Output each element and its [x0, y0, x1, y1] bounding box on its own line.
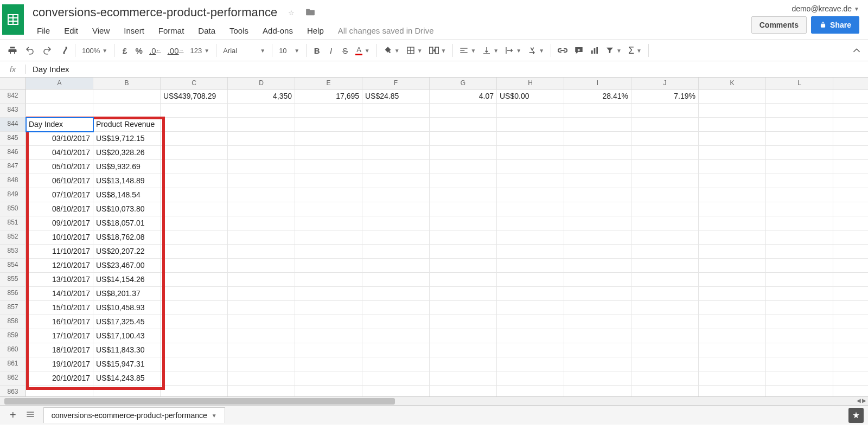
cell[interactable] — [564, 315, 631, 329]
cell[interactable] — [699, 386, 766, 396]
text-color-dropdown[interactable]: A▼ — [352, 43, 373, 57]
column-header[interactable]: J — [631, 78, 699, 89]
cell[interactable] — [295, 386, 362, 396]
cell[interactable]: 19/10/2017 — [26, 357, 93, 371]
column-header[interactable]: H — [497, 78, 564, 89]
cell[interactable] — [228, 386, 295, 396]
cell[interactable] — [631, 343, 699, 357]
cell[interactable] — [766, 230, 833, 245]
cell[interactable] — [295, 216, 362, 230]
column-header[interactable]: G — [430, 78, 497, 89]
cell[interactable]: US$8,201.37 — [93, 287, 161, 301]
cell[interactable]: 18/10/2017 — [26, 343, 93, 357]
cell[interactable] — [161, 357, 228, 371]
column-header[interactable]: F — [362, 78, 430, 89]
cell[interactable] — [26, 104, 93, 118]
cell[interactable] — [161, 202, 228, 216]
cell[interactable]: US$17,325.45 — [93, 315, 161, 329]
cell[interactable] — [430, 315, 497, 329]
row-header[interactable]: 842 — [0, 89, 26, 104]
menu-view[interactable]: View — [86, 24, 116, 37]
cell[interactable] — [766, 287, 833, 301]
column-header[interactable]: C — [161, 78, 228, 89]
cell[interactable]: 06/10/2017 — [26, 174, 93, 188]
column-header[interactable]: L — [766, 78, 833, 89]
cell[interactable] — [295, 174, 362, 188]
cell[interactable]: 12/10/2017 — [26, 259, 93, 273]
cell[interactable] — [228, 118, 295, 132]
cell[interactable] — [699, 343, 766, 357]
cell[interactable] — [497, 315, 564, 329]
cell[interactable] — [564, 118, 631, 132]
cell[interactable] — [497, 329, 564, 343]
cell[interactable] — [430, 188, 497, 202]
cell[interactable] — [161, 329, 228, 343]
cell[interactable]: 04/10/2017 — [26, 146, 93, 160]
cell[interactable] — [295, 273, 362, 287]
cell[interactable] — [631, 216, 699, 230]
cell[interactable] — [93, 104, 161, 118]
cell[interactable] — [362, 132, 430, 146]
cell[interactable] — [833, 259, 868, 273]
cell[interactable] — [295, 188, 362, 202]
cell[interactable] — [161, 273, 228, 287]
cell[interactable] — [766, 259, 833, 273]
cell[interactable] — [228, 146, 295, 160]
cell[interactable] — [564, 245, 631, 259]
cell[interactable] — [362, 104, 430, 118]
cell[interactable] — [228, 230, 295, 245]
cell[interactable]: 07/10/2017 — [26, 188, 93, 202]
cell[interactable] — [833, 132, 868, 146]
cell[interactable] — [430, 160, 497, 174]
cell[interactable]: 16/10/2017 — [26, 315, 93, 329]
cell[interactable] — [497, 245, 564, 259]
cell[interactable] — [564, 301, 631, 315]
row-header[interactable]: 857 — [0, 301, 26, 315]
cell[interactable] — [161, 259, 228, 273]
cell[interactable]: US$20,328.26 — [93, 146, 161, 160]
cell[interactable] — [362, 160, 430, 174]
cell[interactable] — [631, 273, 699, 287]
column-header[interactable]: E — [295, 78, 362, 89]
row-header[interactable]: 858 — [0, 315, 26, 329]
cell[interactable] — [631, 301, 699, 315]
filter-dropdown[interactable]: ▼ — [602, 44, 625, 57]
cell[interactable] — [295, 104, 362, 118]
cell[interactable] — [631, 259, 699, 273]
cell[interactable] — [699, 132, 766, 146]
cell[interactable] — [228, 273, 295, 287]
cell[interactable]: US$14,154.26 — [93, 273, 161, 287]
font-family-dropdown[interactable]: Arial▼ — [220, 44, 269, 57]
row-header[interactable]: 847 — [0, 160, 26, 174]
cell[interactable] — [699, 160, 766, 174]
cell[interactable] — [228, 329, 295, 343]
vertical-align-dropdown[interactable]: ▼ — [479, 44, 502, 57]
cell[interactable] — [564, 357, 631, 371]
cell[interactable] — [631, 104, 699, 118]
cell[interactable] — [564, 386, 631, 396]
cell[interactable] — [699, 202, 766, 216]
cell[interactable] — [833, 160, 868, 174]
cell[interactable] — [766, 216, 833, 230]
column-header[interactable]: A — [26, 78, 93, 89]
cell[interactable] — [631, 357, 699, 371]
cell[interactable]: 20/10/2017 — [26, 371, 93, 386]
cell[interactable] — [161, 287, 228, 301]
cell[interactable]: 14/10/2017 — [26, 287, 93, 301]
cell[interactable] — [362, 174, 430, 188]
cell[interactable] — [161, 386, 228, 396]
cell[interactable] — [564, 273, 631, 287]
cell[interactable] — [564, 174, 631, 188]
cell[interactable] — [228, 301, 295, 315]
cell[interactable] — [564, 230, 631, 245]
cell[interactable] — [295, 132, 362, 146]
cell[interactable] — [699, 301, 766, 315]
cell[interactable] — [228, 371, 295, 386]
functions-dropdown[interactable]: Σ▼ — [625, 43, 645, 59]
star-icon[interactable]: ☆ — [286, 7, 297, 19]
insert-link-button[interactable] — [554, 43, 571, 58]
cell[interactable]: US$19,712.15 — [93, 132, 161, 146]
cell[interactable] — [228, 174, 295, 188]
cell[interactable] — [497, 174, 564, 188]
cell[interactable] — [766, 315, 833, 329]
